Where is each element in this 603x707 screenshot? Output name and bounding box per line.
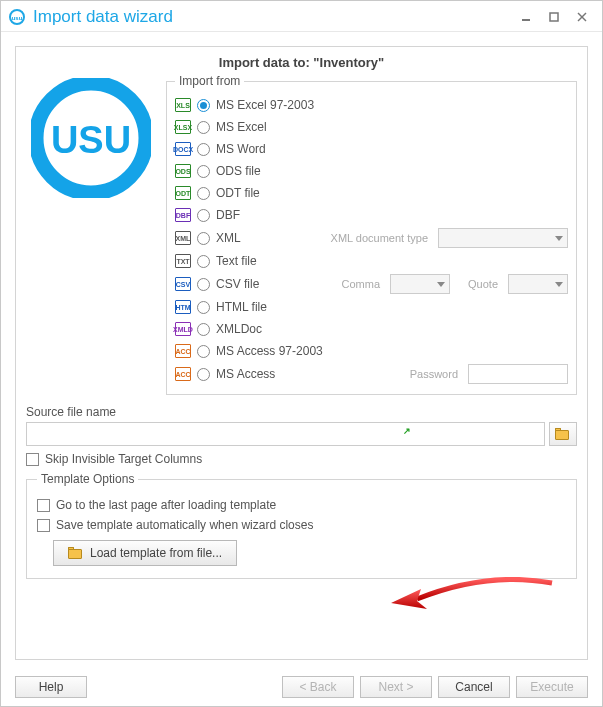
browse-button[interactable]: ↗: [549, 422, 577, 446]
template-goto-checkbox[interactable]: Go to the last page after loading templa…: [37, 498, 566, 512]
template-goto-label: Go to the last page after loading templa…: [56, 498, 276, 512]
format-label: DBF: [216, 208, 240, 222]
wizard-button-row: Help < Back Next > Cancel Execute: [1, 668, 602, 707]
filetype-icon: CSV: [175, 277, 191, 291]
template-options-group: Template Options Go to the last page aft…: [26, 472, 577, 579]
filetype-icon: XLS: [175, 98, 191, 112]
skip-invisible-label: Skip Invisible Target Columns: [45, 452, 202, 466]
annotation-arrow-icon: [387, 577, 557, 617]
format-label: HTML file: [216, 300, 267, 314]
filetype-icon: ACC: [175, 344, 191, 358]
format-label: MS Excel: [216, 120, 267, 134]
format-label: ODS file: [216, 164, 261, 178]
radio-icon: [197, 368, 210, 381]
format-option[interactable]: ACCMS AccessPassword: [175, 362, 568, 386]
radio-icon: [197, 255, 210, 268]
format-option[interactable]: DBFDBF: [175, 204, 568, 226]
skip-invisible-checkbox[interactable]: Skip Invisible Target Columns: [26, 452, 577, 466]
folder-open-icon: ↗: [555, 428, 571, 440]
minimize-button[interactable]: [514, 7, 538, 27]
filetype-icon: ACC: [175, 367, 191, 381]
filetype-icon: XML: [175, 231, 191, 245]
radio-icon: [197, 143, 210, 156]
format-option[interactable]: ODSODS file: [175, 160, 568, 182]
filetype-icon: ODS: [175, 164, 191, 178]
app-icon: usu: [9, 9, 25, 25]
load-template-label: Load template from file...: [90, 546, 222, 560]
format-option[interactable]: XMLXMLXML document type: [175, 226, 568, 250]
radio-icon: [197, 121, 210, 134]
wizard-window: usu Import data wizard Import data to: "…: [0, 0, 603, 707]
next-button[interactable]: Next >: [360, 676, 432, 698]
radio-icon: [197, 209, 210, 222]
format-label: ODT file: [216, 186, 260, 200]
filetype-icon: XLSX: [175, 120, 191, 134]
format-label: MS Word: [216, 142, 266, 156]
filetype-icon: DOCX: [175, 142, 191, 156]
format-option[interactable]: XMLDXMLDoc: [175, 318, 568, 340]
format-option[interactable]: TXTText file: [175, 250, 568, 272]
format-option[interactable]: CSVCSV fileCommaQuote: [175, 272, 568, 296]
window-title: Import data wizard: [33, 7, 510, 27]
maximize-button[interactable]: [542, 7, 566, 27]
format-option[interactable]: XLSXMS Excel: [175, 116, 568, 138]
radio-icon: [197, 99, 210, 112]
checkbox-icon: [37, 499, 50, 512]
titlebar: usu Import data wizard: [1, 1, 602, 32]
radio-icon: [197, 278, 210, 291]
help-button[interactable]: Help: [15, 676, 87, 698]
source-file-input[interactable]: [26, 422, 545, 446]
svg-rect-3: [550, 13, 558, 21]
format-label: XML: [216, 231, 241, 245]
svg-text:USU: USU: [51, 119, 131, 161]
svg-rect-2: [522, 19, 530, 21]
format-label: Text file: [216, 254, 257, 268]
format-extra-label: Comma: [342, 278, 381, 290]
format-label: MS Excel 97-2003: [216, 98, 314, 112]
folder-open-icon: [68, 547, 84, 559]
template-save-label: Save template automatically when wizard …: [56, 518, 313, 532]
radio-icon: [197, 323, 210, 336]
execute-button[interactable]: Execute: [516, 676, 588, 698]
format-extra-label: Quote: [468, 278, 498, 290]
cancel-button[interactable]: Cancel: [438, 676, 510, 698]
import-from-group: Import from XLSMS Excel 97-2003XLSXMS Ex…: [166, 74, 577, 395]
template-options-legend: Template Options: [37, 472, 138, 486]
csv-comma-combo[interactable]: [390, 274, 450, 294]
format-extra-label: Password: [410, 368, 458, 380]
svg-marker-8: [391, 589, 427, 609]
template-save-checkbox[interactable]: Save template automatically when wizard …: [37, 518, 566, 532]
radio-icon: [197, 232, 210, 245]
svg-text:usu: usu: [12, 15, 23, 21]
format-option[interactable]: HTMHTML file: [175, 296, 568, 318]
filetype-icon: ODT: [175, 186, 191, 200]
checkbox-icon: [26, 453, 39, 466]
source-file-label: Source file name: [26, 405, 577, 419]
wizard-page: Import data to: "Inventory" USU Import f…: [15, 46, 588, 660]
checkbox-icon: [37, 519, 50, 532]
csv-quote-combo[interactable]: [508, 274, 568, 294]
filetype-icon: XMLD: [175, 322, 191, 336]
format-label: CSV file: [216, 277, 259, 291]
format-option[interactable]: ACCMS Access 97-2003: [175, 340, 568, 362]
format-option[interactable]: XLSMS Excel 97-2003: [175, 94, 568, 116]
filetype-icon: DBF: [175, 208, 191, 222]
format-label: XMLDoc: [216, 322, 262, 336]
format-option[interactable]: DOCXMS Word: [175, 138, 568, 160]
xml-doctype-combo[interactable]: [438, 228, 568, 248]
format-option[interactable]: ODTODT file: [175, 182, 568, 204]
load-template-button[interactable]: Load template from file...: [53, 540, 237, 566]
close-button[interactable]: [570, 7, 594, 27]
filetype-icon: HTM: [175, 300, 191, 314]
filetype-icon: TXT: [175, 254, 191, 268]
radio-icon: [197, 187, 210, 200]
radio-icon: [197, 345, 210, 358]
import-from-legend: Import from: [175, 74, 244, 88]
radio-icon: [197, 165, 210, 178]
back-button[interactable]: < Back: [282, 676, 354, 698]
access-password-input[interactable]: [468, 364, 568, 384]
format-extra-label: XML document type: [331, 232, 428, 244]
format-label: MS Access: [216, 367, 275, 381]
radio-icon: [197, 301, 210, 314]
usu-logo: USU: [31, 78, 151, 198]
